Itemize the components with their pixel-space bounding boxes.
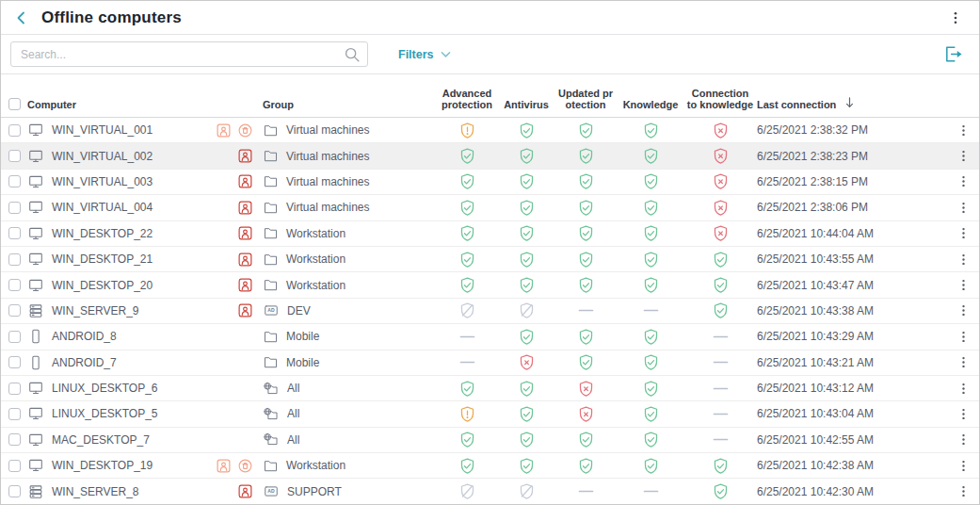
folder-icon <box>263 277 279 293</box>
row-checkbox[interactable] <box>8 433 21 446</box>
computer-cell[interactable]: WIN_SERVER_8 <box>27 483 263 500</box>
table-row[interactable]: WIN_VIRTUAL_004Virtual machines6/25/2021… <box>1 195 979 220</box>
column-header-advanced-protection[interactable]: Advanced protection <box>435 74 499 117</box>
connection-to-knowledge-cell <box>683 405 757 423</box>
search-icon[interactable] <box>344 46 361 67</box>
group-cell[interactable]: Virtual machines <box>263 148 435 164</box>
table-row[interactable]: ANDROID_8Mobile6/25/2021 10:43:29 AM <box>1 324 979 350</box>
row-checkbox[interactable] <box>8 202 21 214</box>
row-menu-button[interactable] <box>947 355 979 369</box>
computer-cell[interactable]: WIN_VIRTUAL_002 <box>27 148 263 165</box>
computer-cell[interactable]: WIN_VIRTUAL_003 <box>27 173 263 190</box>
computer-cell[interactable]: LINUX_DESKTOP_5 <box>27 405 263 422</box>
row-checkbox[interactable] <box>8 150 21 162</box>
kebab-icon <box>957 201 970 215</box>
group-cell[interactable]: ADSUPPORT <box>263 483 435 499</box>
export-button[interactable] <box>942 44 964 64</box>
group-name: Mobile <box>286 330 319 343</box>
group-cell[interactable]: ADDEV <box>263 302 435 318</box>
group-cell[interactable]: Workstation <box>263 252 435 268</box>
table-row[interactable]: LINUX_DESKTOP_6All6/25/2021 10:43:12 AM <box>1 376 979 401</box>
row-menu-button[interactable] <box>947 484 979 498</box>
computer-cell[interactable]: WIN_DESKTOP_22 <box>27 225 263 242</box>
table-row[interactable]: WIN_VIRTUAL_001Virtual machines6/25/2021… <box>1 118 979 143</box>
column-header-connection-to-knowledge[interactable]: Connection to knowledge <box>683 74 757 117</box>
computer-cell[interactable]: ANDROID_8 <box>27 328 263 345</box>
row-menu-button[interactable] <box>947 226 979 240</box>
computer-cell[interactable]: WIN_DESKTOP_21 <box>27 251 263 268</box>
status-shield-ok-icon <box>577 431 595 448</box>
row-menu-button[interactable] <box>947 459 979 473</box>
table-row[interactable]: WIN_DESKTOP_19Workstation6/25/2021 10:42… <box>1 453 979 479</box>
row-menu-button[interactable] <box>947 303 979 318</box>
row-checkbox[interactable] <box>8 304 21 317</box>
row-checkbox[interactable] <box>8 253 21 266</box>
group-cell[interactable]: All <box>263 406 435 422</box>
table-row[interactable]: WIN_SERVER_9ADDEV6/25/2021 10:43:38 AM <box>1 299 979 324</box>
search-input[interactable] <box>10 41 368 67</box>
column-header-knowledge[interactable]: Knowledge <box>618 74 683 117</box>
computer-cell[interactable]: MAC_DESKTOP_7 <box>27 432 263 448</box>
select-all-checkbox[interactable] <box>8 98 21 110</box>
column-header-last-connection[interactable]: Last connection <box>757 74 947 117</box>
row-menu-button[interactable] <box>947 174 979 188</box>
group-cell[interactable]: Virtual machines <box>263 122 435 138</box>
computer-cell[interactable]: LINUX_DESKTOP_6 <box>27 380 263 397</box>
row-menu-button[interactable] <box>947 278 979 292</box>
group-cell[interactable]: Workstation <box>263 225 435 241</box>
column-header-group[interactable]: Group <box>263 74 435 117</box>
row-menu-button[interactable] <box>947 123 979 138</box>
group-cell[interactable]: Virtual machines <box>263 173 435 189</box>
table-row[interactable]: WIN_SERVER_8ADSUPPORT6/25/2021 10:42:30 … <box>1 479 979 504</box>
row-checkbox[interactable] <box>8 460 21 472</box>
table-row[interactable]: LINUX_DESKTOP_5All6/25/2021 10:43:04 AM <box>1 401 979 427</box>
table-row[interactable]: WIN_VIRTUAL_002Virtual machines6/25/2021… <box>1 143 979 169</box>
group-cell[interactable]: Virtual machines <box>263 200 435 216</box>
row-menu-button[interactable] <box>947 149 979 163</box>
column-header-antivirus[interactable]: Antivirus <box>499 74 554 117</box>
group-cell[interactable]: Mobile <box>263 329 435 345</box>
row-checkbox[interactable] <box>8 279 21 291</box>
computer-cell[interactable]: WIN_DESKTOP_20 <box>27 277 263 294</box>
folder-icon <box>263 200 279 216</box>
computer-cell[interactable]: WIN_VIRTUAL_001 <box>27 122 263 138</box>
antivirus-cell <box>499 122 554 139</box>
toolbar: Filters <box>1 35 979 74</box>
row-menu-button[interactable] <box>947 432 979 447</box>
filters-button[interactable]: Filters <box>398 48 451 61</box>
row-menu-button[interactable] <box>947 382 979 396</box>
column-header-updated-protection[interactable]: Updated protection <box>554 74 618 117</box>
table-row[interactable]: WIN_VIRTUAL_003Virtual machines6/25/2021… <box>1 170 979 195</box>
status-none-dash <box>712 328 730 346</box>
column-header-computer[interactable]: Computer <box>27 74 263 117</box>
group-cell[interactable]: Workstation <box>263 277 435 293</box>
group-cell[interactable]: All <box>263 381 435 397</box>
row-checkbox[interactable] <box>8 124 21 137</box>
back-button[interactable] <box>14 10 29 25</box>
row-menu-button[interactable] <box>947 407 979 421</box>
row-checkbox[interactable] <box>8 356 21 368</box>
table-row[interactable]: WIN_DESKTOP_20Workstation6/25/2021 10:43… <box>1 272 979 298</box>
row-checkbox[interactable] <box>8 485 21 497</box>
row-menu-button[interactable] <box>947 330 979 344</box>
table-row[interactable]: MAC_DESKTOP_7All6/25/2021 10:42:55 AM <box>1 428 979 453</box>
row-menu-button[interactable] <box>947 252 979 267</box>
row-checkbox[interactable] <box>8 408 21 420</box>
row-checkbox[interactable] <box>8 175 21 187</box>
table-row[interactable]: WIN_DESKTOP_22Workstation6/25/2021 10:44… <box>1 221 979 247</box>
group-cell[interactable]: Workstation <box>263 458 435 474</box>
table-row[interactable]: WIN_DESKTOP_21Workstation6/25/2021 10:43… <box>1 247 979 272</box>
folder-icon <box>263 225 279 241</box>
computer-cell[interactable]: ANDROID_7 <box>27 354 263 371</box>
row-menu-button[interactable] <box>947 201 979 215</box>
group-cell[interactable]: Mobile <box>263 354 435 370</box>
group-cell[interactable]: All <box>263 432 435 448</box>
row-checkbox[interactable] <box>8 331 21 343</box>
computer-cell[interactable]: WIN_VIRTUAL_004 <box>27 199 263 216</box>
page-menu-button[interactable] <box>945 8 966 28</box>
row-checkbox[interactable] <box>8 383 21 395</box>
row-checkbox[interactable] <box>8 227 21 239</box>
computer-cell[interactable]: WIN_SERVER_9 <box>27 302 263 319</box>
table-row[interactable]: ANDROID_7Mobile6/25/2021 10:43:21 AM <box>1 350 979 376</box>
computer-cell[interactable]: WIN_DESKTOP_19 <box>27 457 263 474</box>
